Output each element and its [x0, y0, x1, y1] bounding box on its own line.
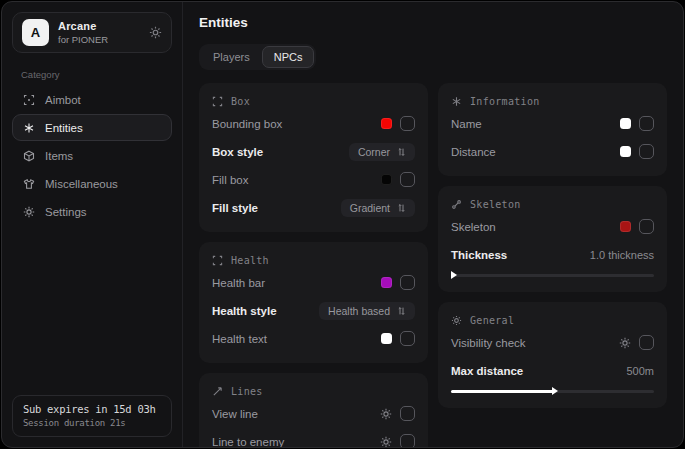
tab-players[interactable]: Players — [201, 46, 262, 68]
lines-card-title: Lines — [231, 386, 263, 397]
fill-style-row: Fill style Gradient — [212, 196, 415, 219]
fill-box-color-swatch[interactable] — [381, 174, 392, 185]
asterisk-icon — [451, 96, 462, 107]
sidebar-item-label: Entities — [45, 122, 83, 134]
sidebar-item-aimbot[interactable]: Aimbot — [12, 86, 172, 113]
skeleton-card-header: Skeleton — [451, 196, 654, 210]
skeleton-row: Skeleton — [451, 215, 654, 238]
sidebar: A Arcane for PIONER Category Aimbot — [2, 2, 183, 447]
skeleton-checkbox[interactable] — [639, 219, 654, 234]
gear-icon[interactable] — [380, 408, 392, 420]
fill-style-value: Gradient — [350, 202, 390, 214]
lines-card-header: Lines — [212, 383, 415, 397]
health-style-select[interactable]: Health based — [319, 302, 415, 320]
name-color-swatch[interactable] — [620, 118, 631, 129]
fill-box-label: Fill box — [212, 174, 248, 186]
sidebar-item-miscellaneous[interactable]: Miscellaneous — [12, 170, 172, 197]
health-card-title: Health — [231, 255, 269, 266]
distance-checkbox[interactable] — [639, 144, 654, 159]
fill-box-row: Fill box — [212, 168, 415, 191]
thickness-slider[interactable] — [451, 274, 654, 277]
brackets-icon — [212, 255, 223, 266]
skeleton-color-swatch[interactable] — [620, 221, 631, 232]
line-to-enemy-row: Line to enemy — [212, 430, 415, 447]
max-distance-slider[interactable] — [451, 390, 654, 393]
line-to-enemy-label: Line to enemy — [212, 436, 284, 448]
distance-row: Distance — [451, 140, 654, 163]
sidebar-item-settings[interactable]: Settings — [12, 198, 172, 225]
skeleton-label: Skeleton — [451, 221, 496, 233]
app-subtitle: for PIONER — [58, 34, 108, 45]
page-title: Entities — [199, 15, 667, 30]
left-column: Box Bounding box Box style Corner — [199, 83, 428, 447]
max-distance-slider-fill — [451, 390, 555, 393]
sidebar-item-label: Miscellaneous — [45, 178, 118, 190]
health-bar-row: Health bar — [212, 271, 415, 294]
box-card: Box Bounding box Box style Corner — [199, 83, 428, 232]
health-bar-checkbox[interactable] — [400, 275, 415, 290]
visibility-check-row: Visibility check — [451, 331, 654, 354]
fill-style-select[interactable]: Gradient — [341, 199, 415, 217]
crosshair-icon — [22, 94, 35, 106]
health-bar-color-swatch[interactable] — [381, 277, 392, 288]
main-panel: Entities Players NPCs Box — [183, 2, 683, 447]
unfold-icon — [397, 306, 406, 316]
sidebar-item-items[interactable]: Items — [12, 142, 172, 169]
app-window: A Arcane for PIONER Category Aimbot — [1, 1, 684, 448]
information-card-title: Information — [470, 96, 540, 107]
gear-icon[interactable] — [380, 436, 392, 448]
box-style-value: Corner — [358, 146, 390, 158]
tab-npcs[interactable]: NPCs — [262, 46, 315, 68]
gear-icon[interactable] — [149, 26, 162, 39]
name-checkbox[interactable] — [639, 116, 654, 131]
health-style-label: Health style — [212, 305, 277, 317]
thickness-value: 1.0 thickness — [590, 249, 654, 261]
sidebar-item-entities[interactable]: Entities — [12, 114, 172, 141]
entities-icon — [22, 122, 35, 134]
fill-style-label: Fill style — [212, 202, 258, 214]
cube-icon — [22, 150, 35, 162]
lines-card: Lines View line — [199, 373, 428, 447]
visibility-check-checkbox[interactable] — [639, 335, 654, 350]
fill-box-checkbox[interactable] — [400, 172, 415, 187]
bounding-box-color-swatch[interactable] — [381, 118, 392, 129]
name-label: Name — [451, 118, 482, 130]
app-logo: A — [22, 19, 49, 46]
distance-label: Distance — [451, 146, 496, 158]
category-label: Category — [21, 69, 172, 80]
max-distance-row: Max distance 500m — [451, 359, 654, 382]
line-to-enemy-checkbox[interactable] — [400, 434, 415, 447]
max-distance-label: Max distance — [451, 365, 523, 377]
brand-card: A Arcane for PIONER — [12, 12, 172, 53]
general-card: General Visibility check — [438, 302, 667, 408]
health-bar-label: Health bar — [212, 277, 265, 289]
thickness-row: Thickness 1.0 thickness — [451, 243, 654, 266]
thickness-label: Thickness — [451, 249, 507, 261]
health-card: Health Health bar Health style Health ba… — [199, 242, 428, 363]
unfold-icon — [397, 203, 406, 213]
brackets-icon — [212, 96, 223, 107]
max-distance-value: 500m — [626, 365, 654, 377]
name-row: Name — [451, 112, 654, 135]
right-column: Information Name Distance — [438, 83, 667, 408]
bounding-box-row: Bounding box — [212, 112, 415, 135]
health-text-color-swatch[interactable] — [381, 333, 392, 344]
box-card-header: Box — [212, 93, 415, 107]
sidebar-item-label: Aimbot — [45, 94, 81, 106]
view-line-label: View line — [212, 408, 258, 420]
box-style-select[interactable]: Corner — [349, 143, 415, 161]
health-text-checkbox[interactable] — [400, 331, 415, 346]
settings-grid: Box Bounding box Box style Corner — [199, 83, 667, 447]
skeleton-card: Skeleton Skeleton Thickness 1.0 thicknes… — [438, 186, 667, 292]
sub-expires-text: Sub expires in 15d 03h — [23, 403, 161, 415]
bounding-box-checkbox[interactable] — [400, 116, 415, 131]
distance-color-swatch[interactable] — [620, 146, 631, 157]
view-line-checkbox[interactable] — [400, 406, 415, 421]
app-name: Arcane — [58, 20, 108, 32]
view-line-row: View line — [212, 402, 415, 425]
health-text-row: Health text — [212, 327, 415, 350]
gear-icon[interactable] — [619, 337, 631, 349]
sidebar-item-label: Items — [45, 150, 73, 162]
skeleton-card-title: Skeleton — [470, 199, 521, 210]
health-card-header: Health — [212, 252, 415, 266]
